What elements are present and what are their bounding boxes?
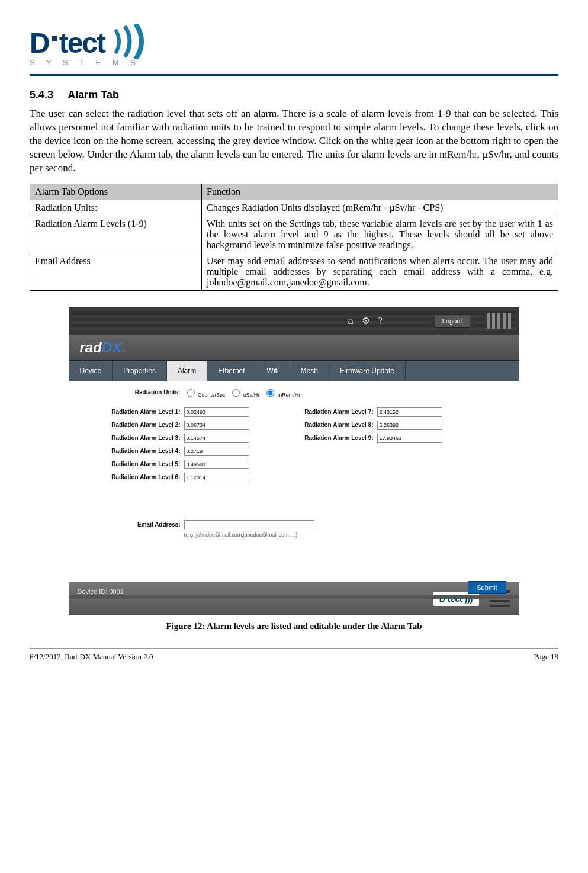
alarm-levels-right: Radiation Alarm Level 7: Radiation Alarm… <box>273 407 442 482</box>
radio-label: Counts/Sec <box>198 392 226 398</box>
section-heading: 5.4.3 Alarm Tab <box>30 89 558 101</box>
radio-label: mRem/Hr <box>278 392 301 398</box>
table-cell: With units set on the Settings tab, thes… <box>202 216 558 253</box>
footer-rule <box>30 648 558 649</box>
alarm-level-3-input[interactable] <box>184 434 249 443</box>
table-head-function: Function <box>202 184 558 200</box>
alarm-level-2-input[interactable] <box>184 421 249 430</box>
logo-letter-d: D <box>30 27 50 59</box>
logo-tect: tect <box>59 27 105 59</box>
email-row: Email Address: <box>80 520 509 529</box>
sound-waves-icon <box>110 24 151 62</box>
alarm-level-9-label: Radiation Alarm Level 9: <box>273 435 374 441</box>
tab-alarm[interactable]: Alarm <box>167 361 207 381</box>
alarm-level-8-input[interactable] <box>377 421 442 430</box>
alarm-level-5-label: Radiation Alarm Level 5: <box>80 461 181 467</box>
alarm-level-4-input[interactable] <box>184 447 249 456</box>
table-cell: Radiation Alarm Levels (1-9) <box>30 216 202 253</box>
help-icon[interactable]: ? <box>378 316 383 326</box>
table-head-options: Alarm Tab Options <box>30 184 202 200</box>
footer-right: Page 18 <box>534 652 558 662</box>
radio-mrem-hr[interactable] <box>266 389 274 397</box>
grip-bars-icon <box>487 313 511 329</box>
radiation-units-label: Radiation Units: <box>80 389 181 396</box>
alarm-options-table: Alarm Tab Options Function Radiation Uni… <box>30 184 558 291</box>
header-logo: D tect S Y S T E M S <box>30 24 558 67</box>
alarm-level-6-label: Radiation Alarm Level 6: <box>80 474 181 480</box>
table-cell: Changes Radiation Units displayed (mRem/… <box>202 200 558 216</box>
tab-mesh[interactable]: Mesh <box>290 361 329 381</box>
radiation-units-options: Counts/Sec uSv/Hr mRem/Hr <box>184 387 303 398</box>
table-cell: Radiation Units: <box>30 200 202 216</box>
gear-icon[interactable]: ⚙ <box>362 315 370 326</box>
app-tabs: Device Properties Alarm Ethernet Wifi Me… <box>69 361 519 381</box>
alarm-levels-left: Radiation Alarm Level 1: Radiation Alarm… <box>80 407 249 482</box>
radiation-units-row: Radiation Units: Counts/Sec uSv/Hr mRem/… <box>80 387 509 398</box>
app-footer-bar: D·tect ))) <box>69 582 519 615</box>
table-row: Radiation Units: Changes Radiation Units… <box>30 200 558 216</box>
tab-wifi[interactable]: Wifi <box>256 361 290 381</box>
alarm-level-2-label: Radiation Alarm Level 2: <box>80 422 181 428</box>
app-screenshot: ⌂ ⚙ ? Logout radDX. Device Properties Al… <box>69 307 519 615</box>
alarm-level-6-input[interactable] <box>184 473 249 482</box>
device-id-label: Device ID: 0001 <box>78 588 124 595</box>
home-icon[interactable]: ⌂ <box>348 316 354 326</box>
figure-caption: Figure 12: Alarm levels are listed and e… <box>30 621 558 631</box>
submit-button[interactable]: Submit <box>468 581 506 594</box>
app-top-bar: ⌂ ⚙ ? Logout <box>69 307 519 335</box>
alarm-level-8-label: Radiation Alarm Level 8: <box>273 422 374 428</box>
alarm-level-7-label: Radiation Alarm Level 7: <box>273 409 374 415</box>
tab-device[interactable]: Device <box>69 361 113 381</box>
email-label: Email Address: <box>80 521 181 528</box>
table-cell: Email Address <box>30 253 202 290</box>
section-number: 5.4.3 <box>30 89 65 101</box>
alarm-level-3-label: Radiation Alarm Level 3: <box>80 435 181 441</box>
table-cell: User may add email addresses to send not… <box>202 253 558 290</box>
logo-systems-text: S Y S T E M S <box>30 58 558 67</box>
tab-properties[interactable]: Properties <box>113 361 167 381</box>
logout-button[interactable]: Logout <box>435 314 470 328</box>
alarm-level-5-input[interactable] <box>184 460 249 469</box>
alarm-panel: Radiation Units: Counts/Sec uSv/Hr mRem/… <box>69 381 519 582</box>
logo-dot-icon <box>52 36 57 41</box>
tab-ethernet[interactable]: Ethernet <box>207 361 256 381</box>
brand-rad: rad <box>80 339 102 356</box>
section-paragraph: The user can select the radiation level … <box>30 107 558 175</box>
radio-label: uSv/Hr <box>243 392 260 398</box>
app-brand-row: radDX. <box>69 335 519 361</box>
radio-counts-sec[interactable] <box>187 389 195 397</box>
brand-dx: DX <box>102 339 121 356</box>
radio-usv-hr[interactable] <box>232 389 240 397</box>
alarm-level-7-input[interactable] <box>377 407 442 417</box>
email-input[interactable] <box>184 520 314 529</box>
email-hint: (e.g. johndoe@mail.com,janedoe@mail.com,… <box>184 532 509 538</box>
page-footer: 6/12/2012, Rad-DX Manual Version 2.0 Pag… <box>30 652 558 662</box>
table-row: Radiation Alarm Levels (1-9) With units … <box>30 216 558 253</box>
alarm-level-1-label: Radiation Alarm Level 1: <box>80 409 181 415</box>
alarm-level-4-label: Radiation Alarm Level 4: <box>80 448 181 454</box>
table-row: Email Address User may add email address… <box>30 253 558 290</box>
section-title: Alarm Tab <box>68 89 119 101</box>
tab-firmware[interactable]: Firmware Update <box>329 361 406 381</box>
device-strip <box>69 595 519 599</box>
footer-left: 6/12/2012, Rad-DX Manual Version 2.0 <box>30 652 153 662</box>
alarm-level-1-input[interactable] <box>184 407 249 417</box>
header-rule <box>30 74 558 76</box>
alarm-level-9-input[interactable] <box>377 434 442 443</box>
